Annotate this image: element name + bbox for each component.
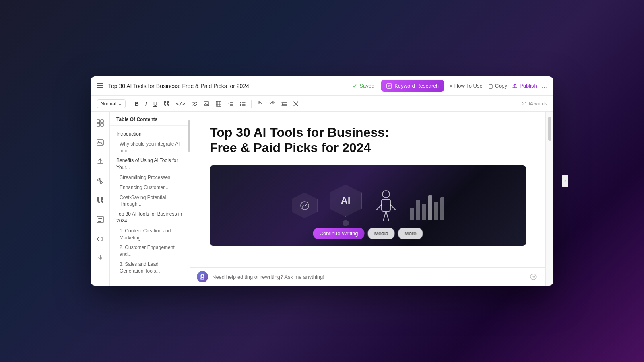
more-options-button[interactable]: More — [398, 228, 423, 239]
svg-point-47 — [201, 275, 202, 276]
toc-item-benefits[interactable]: Benefits of Using AI Tools for Your... — [110, 156, 190, 173]
svg-rect-38 — [98, 221, 101, 222]
svg-line-45 — [390, 205, 395, 210]
toc-item-introduction[interactable]: Introduction — [110, 129, 190, 139]
svg-point-19 — [240, 105, 241, 106]
svg-line-43 — [386, 211, 389, 221]
bold-button[interactable]: B — [132, 99, 141, 109]
keyword-research-label: Keyword Research — [394, 83, 439, 89]
ellipsis-icon: ... — [542, 82, 547, 89]
embed-icon — [97, 235, 104, 243]
toc-item-streamlining[interactable]: Streamlining Processes — [110, 173, 190, 183]
ai-bot-icon — [199, 274, 206, 280]
undo-icon — [257, 101, 263, 106]
svg-rect-37 — [98, 220, 100, 220]
keyword-research-button[interactable]: Keyword Research — [381, 80, 444, 92]
svg-rect-2 — [97, 87, 103, 88]
toc-item-enhancing[interactable]: Enhancing Customer... — [110, 183, 190, 193]
doc-title-line2: Free & Paid Picks for 2024 — [210, 140, 371, 155]
title-bar: Top 30 AI Tools for Business: Free & Pai… — [91, 76, 553, 96]
toc-list: Introduction Why should you integrate AI… — [110, 126, 190, 280]
hex-icon-ai: AI — [330, 185, 362, 217]
broadcast-button[interactable] — [94, 175, 107, 187]
svg-rect-36 — [98, 218, 102, 219]
add-block-button[interactable] — [94, 117, 107, 130]
format-select[interactable]: Normal ⌄ — [97, 99, 126, 108]
export-button[interactable] — [94, 155, 107, 168]
toc-item-cost-saving[interactable]: Cost-Saving Potential Through... — [110, 193, 190, 210]
svg-point-39 — [301, 202, 309, 210]
ai-chat-input[interactable] — [212, 274, 524, 280]
svg-rect-28 — [97, 120, 100, 123]
svg-rect-41 — [382, 199, 390, 211]
how-to-use-button[interactable]: ● How To Use — [449, 83, 483, 89]
svg-rect-29 — [101, 120, 103, 123]
document-title: Top 30 AI Tools for Business: Free & Pai… — [108, 83, 353, 89]
svg-point-7 — [205, 103, 206, 103]
toc-item-sales-lead[interactable]: 3. Sales and Lead Generation Tools... — [110, 259, 190, 276]
how-to-use-label: How To Use — [454, 83, 483, 89]
svg-rect-30 — [97, 123, 100, 126]
template-button[interactable] — [94, 213, 107, 226]
image-insert-button[interactable] — [201, 100, 212, 108]
table-insert-button[interactable] — [213, 99, 224, 108]
more-button[interactable]: ... — [542, 82, 547, 90]
link-button[interactable] — [189, 99, 200, 108]
main-window: Top 30 AI Tools for Business: Free & Pai… — [91, 76, 553, 286]
svg-line-5 — [194, 103, 195, 105]
sidebar-icons — [91, 112, 110, 286]
quote-sidebar-button[interactable] — [94, 194, 107, 207]
publish-label: Publish — [520, 83, 537, 89]
publish-icon — [512, 83, 518, 89]
doc-title-line1: Top 30 AI Tools for Business: — [210, 125, 389, 140]
quote-button[interactable] — [161, 100, 172, 108]
quote-icon — [164, 101, 169, 106]
export-icon — [97, 158, 104, 165]
toc-item-why-should[interactable]: Why should you integrate AI into... — [110, 139, 190, 156]
link-icon — [192, 101, 197, 107]
indent-button[interactable] — [279, 100, 289, 108]
code-button[interactable]: </> — [173, 99, 188, 108]
copy-button[interactable]: Copy — [487, 83, 507, 89]
menu-icon[interactable] — [97, 82, 103, 90]
circle-q-icon: ● — [449, 83, 452, 89]
title-actions: Keyword Research ● How To Use Copy Publi… — [381, 80, 547, 92]
ordered-list-button[interactable]: 1. — [225, 100, 236, 108]
ai-chat-bar — [190, 267, 545, 286]
saved-badge: ✓ Saved — [353, 83, 374, 89]
redo-button[interactable] — [267, 100, 277, 108]
italic-button[interactable]: I — [143, 99, 149, 109]
redo-icon — [269, 101, 275, 106]
add-block-icon — [97, 119, 104, 127]
unordered-list-button[interactable] — [237, 100, 248, 108]
format-chevron-icon: ⌄ — [118, 101, 122, 107]
svg-rect-1 — [97, 85, 103, 86]
continue-writing-button[interactable]: Continue Writing — [313, 228, 365, 239]
toc-scrollbar[interactable] — [188, 112, 190, 286]
copy-icon — [487, 83, 493, 89]
template-icon — [97, 216, 104, 223]
image-insert-icon — [204, 101, 209, 106]
toc-item-top30[interactable]: Top 30 AI Tools for Business in 2024 — [110, 209, 190, 226]
image-sidebar-button[interactable] — [94, 136, 107, 149]
copy-label: Copy — [495, 83, 507, 89]
underline-button[interactable]: U — [151, 99, 160, 109]
svg-rect-0 — [97, 83, 103, 84]
toc-item-customer-engagement[interactable]: 2. Customer Engagement and... — [110, 243, 190, 259]
publish-button[interactable]: Publish — [512, 83, 537, 89]
download-button[interactable] — [94, 252, 107, 265]
undo-button[interactable] — [255, 100, 265, 108]
toc-item-content-creation[interactable]: 1. Content Creation and Marketing... — [110, 226, 190, 243]
hero-image: AI — [210, 165, 526, 246]
ai-send-button[interactable] — [528, 271, 539, 282]
image-sidebar-icon — [97, 139, 104, 146]
human-figure — [374, 189, 398, 222]
clear-format-button[interactable] — [291, 100, 301, 108]
right-scrollbar-thumb[interactable] — [548, 117, 551, 141]
format-toolbar: Normal ⌄ B I U </> — [91, 96, 553, 112]
toolbar-separator-1 — [129, 100, 129, 108]
editor-area[interactable]: Top 30 AI Tools for Business: Free & Pai… — [190, 112, 545, 286]
media-button[interactable]: Media — [367, 228, 394, 239]
embed-button[interactable] — [94, 232, 107, 245]
hex-small-1 — [343, 220, 349, 226]
